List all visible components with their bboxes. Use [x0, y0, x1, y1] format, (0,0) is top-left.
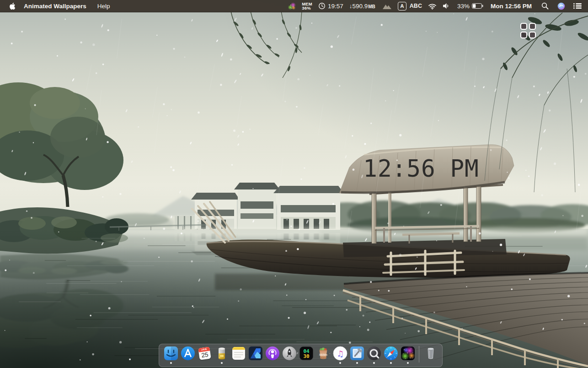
app-store-icon	[180, 346, 196, 361]
running-indicator	[356, 362, 358, 364]
grid-cell	[529, 32, 536, 38]
dock-item-affinity-designer[interactable]	[248, 346, 263, 364]
search-icon[interactable]	[541, 2, 549, 10]
memory-status[interactable]: MEM 36%	[302, 2, 312, 11]
notification-list-icon[interactable]	[573, 3, 582, 9]
dock-item-quicktime[interactable]	[366, 346, 382, 364]
menu-help[interactable]: Help	[97, 3, 110, 10]
volume-icon[interactable]	[443, 3, 450, 9]
xcode-icon	[349, 346, 365, 361]
podcasts-icon	[265, 346, 280, 361]
running-indicator	[170, 362, 172, 364]
galaxy-status-icon[interactable]	[288, 2, 296, 10]
desktop: Animated Wallpapers Help MEM 36%	[0, 0, 588, 368]
svg-text:♫: ♫	[336, 349, 343, 358]
svg-text:30: 30	[303, 353, 309, 359]
app-grid-widget[interactable]	[520, 23, 536, 38]
dock-item-notes[interactable]	[231, 346, 246, 364]
calendar-icon: JAN 25	[196, 345, 213, 362]
battery-status[interactable]: 33%	[457, 3, 483, 10]
mountain-status-icon[interactable]	[382, 3, 392, 10]
dock-item-animated-wallpapers[interactable]	[400, 346, 416, 364]
grid-cell	[520, 32, 527, 38]
running-indicator	[221, 362, 223, 364]
dock-item-launchpad[interactable]	[282, 346, 297, 364]
running-indicator	[407, 362, 409, 364]
grid-cell	[520, 23, 527, 30]
dock-separator	[419, 346, 419, 363]
timer-status[interactable]: 19:57	[318, 2, 343, 10]
running-indicator	[373, 362, 375, 364]
safari-icon	[383, 346, 399, 361]
dock-item-calendar[interactable]: JAN 25	[197, 346, 213, 364]
dock-item-safari[interactable]	[383, 346, 399, 364]
apple-menu-icon[interactable]	[9, 2, 16, 10]
wallpaper-lake-scene	[0, 0, 588, 368]
dock-item-stickers[interactable]: Stickers	[315, 346, 331, 364]
running-indicator	[339, 362, 341, 364]
dock-item-battery[interactable]	[214, 346, 230, 364]
affinity-designer-icon	[248, 346, 263, 361]
battery-app-icon	[214, 346, 230, 361]
animated-wallpapers-galaxy-icon	[400, 346, 416, 361]
dock-item-podcasts[interactable]	[265, 346, 280, 364]
menu-bar-clock[interactable]: Mon 12:56 PM	[491, 3, 532, 10]
input-source-label[interactable]: ABC	[410, 3, 422, 9]
watch-clock-icon: 04 30	[299, 346, 314, 361]
dock-item-finder[interactable]	[163, 346, 179, 364]
grid-cell	[529, 23, 536, 30]
timer-clock-icon	[318, 2, 326, 10]
rocket-launchpad-icon	[282, 346, 297, 361]
network-throughput-status[interactable]: ↓590.9MB	[349, 3, 375, 10]
dock-item-watch-clock[interactable]: 04 30	[299, 346, 314, 364]
dock-item-music[interactable]: ♫	[332, 346, 348, 364]
running-indicator	[390, 362, 392, 364]
quicktime-icon	[366, 346, 382, 361]
dock-item-trash[interactable]	[423, 346, 438, 364]
download-arrow-icon: ↓	[349, 3, 353, 10]
menu-bar: Animated Wallpapers Help MEM 36%	[0, 0, 588, 12]
svg-text:Stickers: Stickers	[319, 353, 327, 356]
input-source-key-icon[interactable]: A	[398, 2, 406, 11]
stickers-icon: Stickers	[315, 346, 331, 361]
finder-icon	[163, 346, 179, 361]
notes-icon	[231, 346, 246, 361]
dock: JAN 25	[159, 344, 443, 367]
siri-icon[interactable]	[557, 2, 565, 10]
wifi-icon[interactable]	[428, 2, 437, 10]
dock-item-xcode[interactable]	[349, 346, 365, 364]
battery-icon	[472, 3, 483, 9]
app-menu-title[interactable]: Animated Wallpapers	[24, 3, 86, 10]
music-icon: ♫	[332, 346, 348, 361]
dock-item-app-store[interactable]	[180, 346, 196, 364]
trash-icon	[423, 346, 438, 361]
